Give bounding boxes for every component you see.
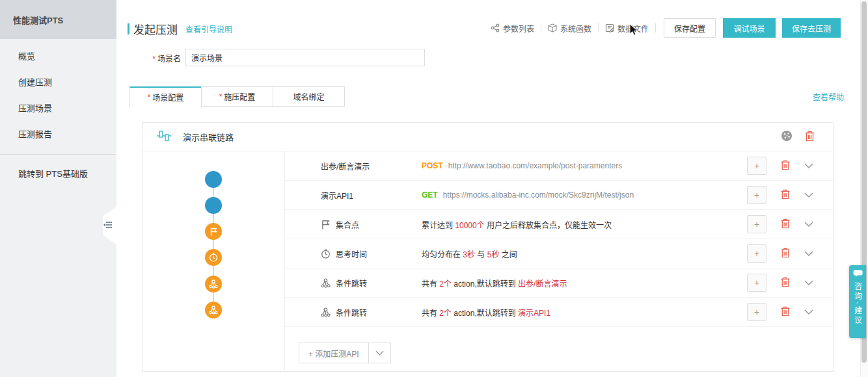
chain-title: 演示串联链路 (183, 131, 234, 143)
delete-row-icon[interactable] (781, 218, 790, 231)
timeline-dot-condition-jump[interactable] (205, 276, 222, 292)
chain-row-rendezvous: 集合点 累计达到 10000个 用户之后释放集合点，仅能生效一次 + (285, 210, 833, 239)
sidebar: 性能测试PTS 概览 创建压测 压测场景 压测报告 跳转到 PTS基础版 (0, 0, 116, 377)
sidebar-item-create-test[interactable]: 创建压测 (0, 70, 116, 96)
sidebar-divider (0, 154, 116, 155)
row-description: 共有 2个 action,默认跳转到 出参/断言演示 (422, 278, 567, 289)
row-label: 出参/断言演示 (321, 161, 370, 172)
chevron-down-icon[interactable] (804, 309, 813, 315)
request-url: http://www.taobao.com/example/post-param… (448, 161, 622, 170)
chevron-down-icon[interactable] (804, 251, 813, 256)
sidebar-item-test-scenes[interactable]: 压测场景 (0, 96, 116, 122)
timer-icon (321, 249, 331, 259)
row-description: 均匀分布在 3秒 与 5秒 之间 (422, 248, 517, 259)
cookie-settings-icon[interactable] (781, 130, 793, 144)
app-root: 性能测试PTS 概览 创建压测 压测场景 压测报告 跳转到 PTS基础版 发起压… (0, 0, 868, 377)
row-label: 集合点 (336, 219, 359, 230)
data-files-button[interactable]: 数据文件 (599, 23, 655, 34)
params-icon (491, 23, 500, 32)
add-step-button[interactable]: + (747, 274, 766, 292)
tab-strip: *场景配置 *施压配置 域名绑定 (130, 86, 345, 107)
toolbar-separator (655, 23, 656, 32)
sidebar-item-pts-basic[interactable]: 跳转到 PTS基础版 (0, 161, 116, 187)
delete-row-icon[interactable] (781, 160, 790, 172)
timeline-dot-api[interactable] (205, 197, 222, 214)
branch-icon (321, 278, 331, 288)
request-url: https://mocks.alibaba-inc.com/mock/Skc9z… (443, 190, 634, 200)
row-label: 演示API1 (321, 190, 353, 201)
chain-rows: 出参/断言演示 POST http://www.taobao.com/examp… (285, 151, 833, 371)
chat-bubble-icon (853, 270, 863, 279)
datafile-icon (605, 23, 614, 32)
http-method: GET (422, 190, 438, 200)
toolbar: 参数列表 系统函数 数据文件 (484, 20, 656, 36)
tab-domain-binding[interactable]: 域名绑定 (273, 86, 345, 107)
delete-chain-icon[interactable] (805, 131, 815, 144)
chain-panel-header: 演示串联链路 (142, 123, 833, 151)
params-list-label: 参数列表 (503, 23, 534, 34)
title-accent-bar (128, 23, 129, 34)
main-content: 发起压测 查看引导说明 参数列表 系统函数 数 (116, 0, 868, 377)
add-step-button[interactable]: + (747, 244, 766, 263)
row-label: 条件跳转 (336, 278, 367, 289)
chevron-down-icon[interactable] (804, 192, 813, 198)
row-description: 共有 2个 action,默认跳转到 演示API1 (422, 307, 550, 318)
add-step-button[interactable]: + (747, 215, 766, 233)
add-step-button[interactable]: + (747, 157, 766, 175)
timeline-dot-rendezvous[interactable] (205, 223, 222, 240)
scene-name-label: *场景名 (116, 53, 181, 64)
timeline-column (142, 151, 285, 371)
functions-icon (548, 23, 557, 32)
chain-row-think-time: 思考时间 均匀分布在 3秒 与 5秒 之间 + (285, 239, 833, 268)
chevron-down-icon[interactable] (804, 163, 813, 168)
add-step-button[interactable]: + (747, 303, 766, 321)
row-description: 累计达到 10000个 用户之后释放集合点，仅能生效一次 (422, 219, 612, 230)
required-mark: * (152, 55, 156, 64)
help-link[interactable]: 查看帮助 (813, 91, 844, 102)
http-method: POST (422, 161, 443, 170)
debug-scene-button[interactable]: 调试场景 (723, 18, 776, 38)
sidebar-item-test-reports[interactable]: 压测报告 (0, 122, 116, 148)
save-config-button[interactable]: 保存配置 (664, 18, 716, 38)
tab-load-config[interactable]: *施压配置 (201, 86, 273, 107)
feedback-tab-label: 咨询·建议 (852, 282, 863, 326)
add-api-dropdown-button[interactable] (369, 343, 391, 363)
delete-row-icon[interactable] (781, 189, 790, 202)
add-api-row: + 添加压测API (299, 343, 833, 363)
delete-row-icon[interactable] (781, 306, 790, 318)
chain-row-api-get: 演示API1 GET https://mocks.alibaba-inc.com… (285, 181, 833, 210)
chain-row-condition-jump: 条件跳转 共有 2个 action,默认跳转到 出参/断言演示 + (285, 268, 833, 298)
row-label: 条件跳转 (336, 307, 367, 318)
chain-panel-body: 出参/断言演示 POST http://www.taobao.com/examp… (142, 151, 833, 371)
delete-row-icon[interactable] (781, 248, 790, 260)
guide-link[interactable]: 查看引导说明 (185, 23, 232, 34)
timeline-dot-condition-jump[interactable] (205, 302, 222, 318)
flag-icon (321, 220, 331, 229)
params-list-button[interactable]: 参数列表 (484, 23, 541, 34)
chain-row-condition-jump: 条件跳转 共有 2个 action,默认跳转到 演示API1 + (285, 298, 833, 327)
row-label: 思考时间 (336, 248, 367, 259)
chevron-down-icon[interactable] (804, 222, 813, 227)
chain-link-icon (157, 129, 171, 144)
chain-panel: 演示串联链路 (142, 122, 834, 372)
system-functions-label: 系统函数 (560, 23, 591, 34)
system-functions-button[interactable]: 系统函数 (541, 23, 598, 34)
save-and-test-button[interactable]: 保存去压测 (782, 18, 841, 38)
timeline-dot-think-time[interactable] (205, 249, 222, 266)
add-api-button[interactable]: + 添加压测API (299, 343, 369, 363)
sidebar-item-overview[interactable]: 概览 (0, 44, 116, 70)
collapse-icon (103, 221, 112, 231)
timeline-dot-api[interactable] (205, 171, 222, 188)
tab-scene-config[interactable]: *场景配置 (129, 86, 202, 107)
feedback-tab[interactable]: 咨询·建议 (849, 265, 866, 338)
chevron-down-icon[interactable] (804, 280, 813, 285)
scene-name-input[interactable] (185, 49, 425, 66)
delete-row-icon[interactable] (781, 277, 790, 289)
add-step-button[interactable]: + (747, 186, 766, 204)
sidebar-title: 性能测试PTS (0, 0, 116, 39)
chain-row-api-post: 出参/断言演示 POST http://www.taobao.com/examp… (285, 151, 833, 181)
page-title: 发起压测 (133, 21, 178, 37)
data-files-label: 数据文件 (617, 23, 649, 34)
branch-icon (321, 307, 331, 317)
